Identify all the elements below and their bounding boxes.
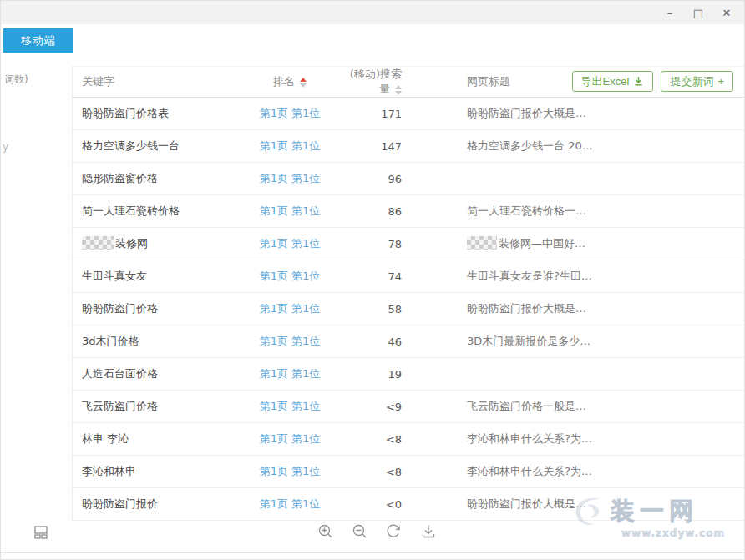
volume-cell: 171 — [340, 108, 415, 120]
rank-cell: 第1页 第1位 — [240, 431, 340, 446]
keyword-cell: 3d木门价格 — [73, 334, 240, 349]
export-excel-button[interactable]: 导出Excel — [572, 71, 654, 92]
rank-cell: 第1页 第1位 — [240, 171, 340, 186]
table-row: 生田斗真女友第1页 第1位74生田斗真女友是谁?生田斗真交过几个女友?_大杂烩_… — [73, 260, 745, 293]
keyword-table-panel: 关键字 排名 (移动)搜索量 网页标题 导出Excel 提交新词 + 盼盼防盗门… — [72, 66, 745, 521]
title-cell: 飞云防盗门价格一般是多少?飞云防盗门报价大概多少钱?... — [415, 399, 745, 414]
download-small-icon — [633, 76, 644, 87]
volume-cell: <0 — [340, 498, 415, 511]
title-cell: 格力空调多少钱一台 2017格力空调市场报价_报价_省... — [415, 139, 745, 154]
rank-cell: 第1页 第1位 — [240, 269, 340, 284]
window-controls: – □ ✕ — [656, 1, 744, 24]
close-button[interactable]: ✕ — [712, 1, 741, 24]
download-icon[interactable] — [419, 522, 438, 544]
rank-link[interactable]: 第1页 第1位 — [260, 172, 321, 184]
keyword-cell: 装修网 — [73, 236, 240, 251]
keyword-cell: 隐形防盗窗价格 — [73, 171, 240, 186]
volume-cell: 86 — [340, 205, 415, 218]
column-header-keyword: 关键字 — [73, 74, 240, 89]
layout-icon[interactable] — [33, 524, 49, 544]
volume-cell: <8 — [340, 433, 415, 446]
rank-cell: 第1页 第1位 — [240, 106, 340, 121]
submit-new-words-label: 提交新词 — [670, 74, 713, 89]
title-cell: 3D木门最新报价是多少? 3D木门的优点有哪些?_报价_省... — [415, 334, 745, 349]
censored-mosaic — [82, 236, 114, 250]
rank-link[interactable]: 第1页 第1位 — [260, 237, 321, 250]
rank-link[interactable]: 第1页 第1位 — [260, 204, 321, 217]
table-row: 人造石台面价格第1页 第1位19 — [73, 358, 745, 391]
table-row: 飞云防盗门价格第1页 第1位<9飞云防盗门价格一般是多少?飞云防盗门报价大概多少… — [73, 391, 745, 423]
sidebar-partial-text: 词数) — [4, 73, 28, 87]
sort-volume-icon[interactable] — [395, 85, 402, 95]
keyword-cell: 生田斗真女友 — [73, 269, 240, 284]
title-cell: 盼盼防盗门报价大概是多少?盼盼防盗门价格是多少_报价... — [415, 301, 745, 316]
title-cell: 盼盼防盗门报价大概是多少?盼盼防盗门价格是多少_报价... — [415, 497, 745, 512]
title-cell: 李沁和林申什么关系?为什么李沁和林申喜欢拍照片?_大... — [415, 431, 745, 446]
header-actions: 导出Excel 提交新词 + — [572, 71, 745, 92]
keyword-cell: 林申 李沁 — [73, 431, 240, 446]
volume-cell: <9 — [340, 401, 415, 413]
volume-cell: 78 — [340, 238, 415, 250]
rank-link[interactable]: 第1页 第1位 — [260, 497, 321, 510]
keyword-cell: 盼盼防盗门价格表 — [73, 106, 240, 121]
plus-icon: + — [717, 75, 724, 88]
canvas-tools — [317, 522, 438, 544]
rank-link[interactable]: 第1页 第1位 — [260, 139, 321, 152]
volume-cell: 19 — [340, 368, 415, 381]
table-header: 关键字 排名 (移动)搜索量 网页标题 导出Excel 提交新词 + — [73, 66, 745, 98]
table-row: 简一大理石瓷砖价格第1页 第1位86简一大理石瓷砖价格一般是多少?_报价_省多多… — [73, 195, 745, 228]
rank-link[interactable]: 第1页 第1位 — [260, 465, 321, 477]
table-body: 盼盼防盗门价格表第1页 第1位171盼盼防盗门报价大概是多少?盼盼防盗门价格是多… — [73, 98, 745, 521]
volume-cell: 74 — [340, 270, 415, 283]
column-header-volume-label: (移动)搜索量 — [350, 68, 402, 95]
column-header-rank[interactable]: 排名 — [240, 74, 340, 89]
table-row: 格力空调多少钱一台第1页 第1位147格力空调多少钱一台 2017格力空调市场报… — [73, 130, 745, 163]
rank-link[interactable]: 第1页 第1位 — [260, 400, 321, 412]
tab-mobile[interactable]: 移动端 — [3, 28, 73, 53]
table-row: 林申 李沁第1页 第1位<8李沁和林申什么关系?为什么李沁和林申喜欢拍照片?_大… — [73, 423, 745, 456]
keyword-cell: 人造石台面价格 — [73, 366, 240, 381]
table-row: 盼盼防盗门报价第1页 第1位<0盼盼防盗门报价大概是多少?盼盼防盗门价格是多少_… — [73, 488, 745, 521]
rank-cell: 第1页 第1位 — [240, 399, 340, 414]
zoom-in-icon[interactable] — [317, 522, 335, 544]
keyword-cell: 盼盼防盗门价格 — [73, 301, 240, 316]
volume-cell: 147 — [340, 140, 415, 153]
table-row: 盼盼防盗门价格表第1页 第1位171盼盼防盗门报价大概是多少?盼盼防盗门价格是多… — [73, 98, 745, 130]
table-row: 李沁和林申第1页 第1位<8李沁和林申什么关系?为什么李沁和林申喜欢拍照片?_大… — [73, 456, 745, 488]
zoom-out-icon[interactable] — [351, 522, 369, 544]
minimize-button[interactable]: – — [656, 1, 684, 24]
rank-cell: 第1页 第1位 — [240, 366, 340, 381]
keyword-cell: 简一大理石瓷砖价格 — [73, 204, 240, 219]
refresh-icon[interactable] — [385, 522, 403, 544]
sidebar-partial-mark: y — [3, 141, 8, 153]
rank-link[interactable]: 第1页 第1位 — [260, 367, 321, 380]
submit-new-words-button[interactable]: 提交新词 + — [661, 71, 733, 92]
table-row: 3d木门价格第1页 第1位463D木门最新报价是多少? 3D木门的优点有哪些?_… — [73, 325, 745, 358]
titlebar: – □ ✕ — [1, 1, 744, 24]
export-excel-label: 导出Excel — [581, 74, 630, 89]
title-cell: 李沁和林申什么关系?为什么李沁和林申喜欢拍照片?_大... — [415, 464, 745, 479]
title-cell: 盼盼防盗门报价大概是多少?盼盼防盗门价格是多少_报价... — [415, 106, 745, 121]
maximize-button[interactable]: □ — [684, 1, 712, 24]
keyword-cell: 飞云防盗门价格 — [73, 399, 240, 414]
rank-cell: 第1页 第1位 — [240, 301, 340, 316]
rank-cell: 第1页 第1位 — [240, 334, 340, 349]
rank-cell: 第1页 第1位 — [240, 204, 340, 219]
volume-cell: 46 — [340, 335, 415, 348]
table-row: 隐形防盗窗价格第1页 第1位96 — [73, 163, 745, 195]
keyword-cell: 盼盼防盗门报价 — [73, 497, 240, 512]
volume-cell: 58 — [340, 303, 415, 315]
title-cell: 简一大理石瓷砖价格一般是多少?_报价_省多多装修网 — [415, 204, 745, 219]
rank-link[interactable]: 第1页 第1位 — [260, 107, 321, 119]
rank-link[interactable]: 第1页 第1位 — [260, 302, 321, 315]
column-header-volume[interactable]: (移动)搜索量 — [340, 67, 415, 97]
table-row: 装修网第1页 第1位78装修网—中国好口碑省钱装修网平台提供装修..._官网 — [73, 228, 745, 260]
rank-link[interactable]: 第1页 第1位 — [260, 432, 321, 445]
rank-link[interactable]: 第1页 第1位 — [260, 335, 321, 347]
column-header-rank-label: 排名 — [273, 75, 295, 88]
table-row: 盼盼防盗门价格第1页 第1位58盼盼防盗门报价大概是多少?盼盼防盗门价格是多少_… — [73, 293, 745, 325]
rank-link[interactable]: 第1页 第1位 — [260, 270, 321, 282]
keyword-cell: 格力空调多少钱一台 — [73, 139, 240, 154]
sort-rank-icon[interactable] — [300, 78, 307, 88]
volume-cell: <8 — [340, 466, 415, 478]
